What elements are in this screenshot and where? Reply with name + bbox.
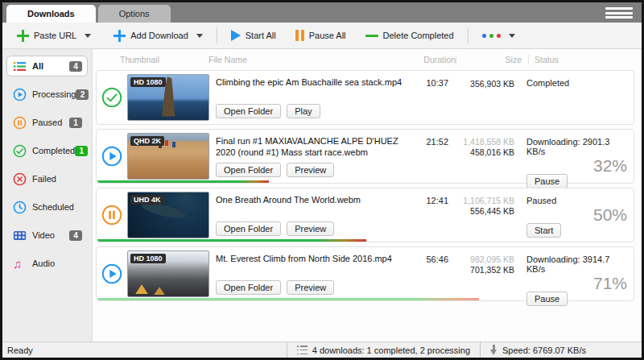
play-circle-icon bbox=[101, 146, 122, 167]
count-badge: 1 bbox=[69, 118, 82, 128]
table-row[interactable]: QHD 2K Final run #1 MAXIAVALANCHE ALPE D… bbox=[96, 129, 634, 184]
duration: 56:46 bbox=[411, 247, 448, 300]
open-folder-button[interactable]: Open Folder bbox=[216, 280, 281, 295]
preview-button[interactable]: Preview bbox=[287, 221, 334, 236]
size-done: 701,352 KB bbox=[448, 265, 514, 275]
count-badge: 4 bbox=[69, 230, 82, 241]
pause-circle-icon bbox=[101, 205, 122, 226]
table-rows: HD 1080 Climbing the epic Am Buachaille … bbox=[93, 68, 642, 341]
table-row[interactable]: UHD 4K One Breath Around The World.webm … bbox=[96, 188, 634, 242]
chevron-down-icon[interactable] bbox=[85, 34, 91, 38]
delete-completed-button[interactable]: Delete Completed bbox=[361, 28, 458, 43]
status-text: Downloading: 2901.3 KB/s bbox=[526, 137, 627, 156]
table-row[interactable]: HD 1080 Climbing the epic Am Buachaille … bbox=[96, 70, 634, 125]
sidebar-item-all[interactable]: All 4 bbox=[6, 56, 88, 77]
pause-button[interactable]: Pause bbox=[526, 292, 568, 306]
video-thumbnail[interactable]: HD 1080 bbox=[127, 250, 209, 297]
progress-percent: 32% bbox=[593, 157, 627, 174]
duration: 12:41 bbox=[411, 188, 448, 242]
table-header: Thumbnail File Name Duration Size Status bbox=[93, 49, 642, 68]
error-circle-icon bbox=[13, 172, 27, 186]
minus-icon bbox=[365, 35, 378, 37]
sidebar-item-video[interactable]: Video 4 bbox=[6, 225, 88, 246]
more-actions-button[interactable] bbox=[478, 31, 519, 40]
column-file-name: File Name bbox=[208, 55, 419, 64]
progress-bar bbox=[97, 298, 479, 300]
size-total: 1,106,715 KB bbox=[448, 196, 514, 205]
file-name: Climbing the epic Am Buachaille sea stac… bbox=[216, 77, 405, 88]
open-folder-button[interactable]: Open Folder bbox=[216, 221, 281, 236]
count-badge: 2 bbox=[76, 89, 89, 100]
preview-button[interactable]: Preview bbox=[287, 280, 334, 295]
main-area: All 4 Processing 2 Paused 1 bbox=[2, 49, 642, 341]
status-bar: Ready 4 downloads: 1 completed, 2 proces… bbox=[2, 341, 642, 358]
film-icon bbox=[13, 229, 27, 242]
downloads-list: Thumbnail File Name Duration Size Status… bbox=[93, 49, 642, 341]
sidebar-item-audio[interactable]: ♫ Audio bbox=[6, 253, 88, 274]
pause-button[interactable]: Pause bbox=[526, 174, 568, 188]
size-done: 356,903 KB bbox=[448, 79, 514, 89]
size: 982,095 KB 701,352 KB bbox=[448, 247, 514, 300]
start-button[interactable]: Start bbox=[526, 223, 561, 238]
list-icon bbox=[297, 346, 308, 354]
toolbar: Paste URL Add Download Start All Pause A… bbox=[2, 23, 642, 49]
menu-icon[interactable] bbox=[605, 7, 633, 19]
tab-downloads[interactable]: Downloads bbox=[6, 5, 96, 23]
sidebar-item-failed[interactable]: Failed bbox=[6, 168, 88, 189]
video-thumbnail[interactable]: HD 1080 bbox=[127, 74, 209, 121]
tab-options[interactable]: Options bbox=[98, 5, 171, 23]
clock-icon bbox=[13, 201, 27, 214]
open-folder-button[interactable]: Open Folder bbox=[216, 104, 281, 118]
sidebar-item-paused[interactable]: Paused 1 bbox=[6, 112, 88, 133]
column-thumbnail: Thumbnail bbox=[96, 55, 208, 64]
table-row[interactable]: HD 1080 Mt. Everest Climb from North Sid… bbox=[96, 246, 634, 301]
check-circle-icon bbox=[13, 144, 27, 158]
column-size: Size bbox=[456, 55, 522, 64]
list-icon bbox=[13, 60, 27, 73]
progress-percent: 71% bbox=[593, 275, 627, 292]
preview-button[interactable]: Preview bbox=[287, 163, 334, 177]
downloads-summary: 4 downloads: 1 completed, 2 processing bbox=[287, 346, 480, 355]
size-done: 556,445 KB bbox=[448, 206, 514, 216]
progress-percent: 50% bbox=[593, 206, 627, 223]
video-thumbnail[interactable]: QHD 2K bbox=[127, 133, 209, 180]
play-icon bbox=[231, 30, 241, 41]
status-text: Downloading: 3914.7 KB/s bbox=[526, 254, 627, 274]
chevron-down-icon[interactable] bbox=[509, 34, 515, 38]
size-total: 1,418,558 KB bbox=[448, 137, 514, 147]
plus-icon bbox=[114, 30, 126, 42]
sidebar-item-completed[interactable]: Completed 1 bbox=[6, 140, 88, 161]
toolbar-separator bbox=[217, 27, 217, 43]
count-badge: 1 bbox=[75, 146, 88, 156]
size-total: 982,095 KB bbox=[448, 254, 514, 264]
size: 1,418,558 KB 458,016 KB bbox=[448, 130, 514, 183]
file-name: Mt. Everest Climb from North Side 2016.m… bbox=[216, 253, 405, 264]
quality-badge: HD 1080 bbox=[130, 77, 166, 87]
progress-bar bbox=[97, 180, 269, 183]
check-circle-icon bbox=[101, 87, 122, 108]
play-button[interactable]: Play bbox=[287, 104, 320, 118]
add-download-button[interactable]: Add Download bbox=[109, 27, 207, 44]
download-arrow-icon bbox=[490, 345, 497, 355]
duration: 21:52 bbox=[411, 130, 448, 183]
play-circle-icon bbox=[13, 88, 27, 101]
video-thumbnail[interactable]: UHD 4K bbox=[127, 192, 209, 238]
sidebar-item-scheduled[interactable]: Scheduled bbox=[6, 197, 88, 217]
chevron-down-icon[interactable] bbox=[196, 34, 203, 38]
plus-icon bbox=[17, 30, 29, 42]
pause-icon bbox=[295, 30, 304, 41]
start-all-button[interactable]: Start All bbox=[227, 27, 280, 43]
pause-all-button[interactable]: Pause All bbox=[291, 27, 350, 43]
size: 1,106,715 KB 556,445 KB bbox=[448, 188, 514, 242]
sidebar-item-processing[interactable]: Processing 2 bbox=[6, 84, 88, 105]
quality-badge: HD 1080 bbox=[130, 254, 166, 263]
status-ready: Ready bbox=[7, 346, 33, 355]
paste-url-button[interactable]: Paste URL bbox=[13, 27, 95, 44]
open-folder-button[interactable]: Open Folder bbox=[216, 163, 281, 177]
count-badge: 4 bbox=[69, 61, 82, 72]
file-name: One Breath Around The World.webm bbox=[216, 194, 405, 205]
play-circle-icon bbox=[101, 263, 122, 284]
progress-bar bbox=[97, 239, 366, 242]
status-text: Completed bbox=[526, 78, 627, 88]
speed-indicator: Speed: 6769.07 KB/s bbox=[481, 345, 596, 355]
